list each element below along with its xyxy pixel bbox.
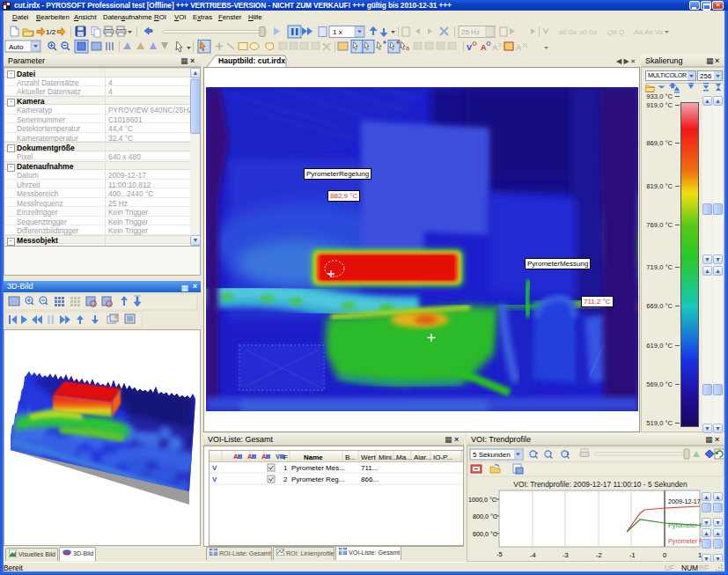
svg-text:F: F <box>283 453 288 461</box>
svg-text:Auto: Auto <box>9 43 24 51</box>
svg-text:V: V <box>467 43 472 52</box>
svg-text:a0 0a: a0 0a <box>579 28 598 36</box>
svg-text:866...: 866... <box>361 475 379 483</box>
svg-text:-4: -4 <box>530 551 536 559</box>
svg-text:Aa Aa Va: Aa Aa Va <box>633 28 664 36</box>
svg-text:2009-12-17: 2009-12-17 <box>668 498 701 505</box>
svg-text:A: A <box>481 43 487 52</box>
svg-text:Pyrometer R...: Pyrometer R... <box>668 537 703 545</box>
svg-text:a0 0a: a0 0a <box>559 28 577 36</box>
svg-text:V: V <box>212 464 217 472</box>
svg-text:-: - <box>550 450 552 455</box>
svg-text:1 x: 1 x <box>333 28 342 36</box>
svg-text:600,0 °C: 600,0 °C <box>473 530 497 538</box>
svg-text:711...: 711... <box>361 464 378 472</box>
svg-text:0: 0 <box>663 551 666 559</box>
svg-text:A: A <box>516 43 522 52</box>
svg-text:-2: -2 <box>596 551 602 559</box>
svg-text:2: 2 <box>283 475 288 483</box>
svg-text:V: V <box>276 453 280 461</box>
svg-text:Qa Q: Qa Q <box>607 28 624 36</box>
svg-text:Mini...: Mini... <box>379 453 397 461</box>
svg-text:V: V <box>212 475 217 483</box>
svg-text:a: a <box>406 45 409 51</box>
svg-text:Pyrometer Mes...: Pyrometer Mes... <box>291 464 345 472</box>
svg-text:Wert: Wert <box>361 453 377 461</box>
svg-text:Pyrometer M...: Pyrometer M... <box>668 521 703 529</box>
svg-text:B...: B... <box>345 453 356 461</box>
svg-text:1: 1 <box>283 464 288 472</box>
svg-text:Pyrometer Reg...: Pyrometer Reg... <box>291 475 344 483</box>
svg-text:800,0 °C: 800,0 °C <box>473 512 497 520</box>
svg-text:25 Hz: 25 Hz <box>461 28 480 36</box>
svg-text:Ma...: Ma... <box>396 453 412 461</box>
svg-text:A: A <box>492 43 498 52</box>
svg-text:5 Sekunden: 5 Sekunden <box>473 451 511 459</box>
svg-text:+: + <box>535 450 539 455</box>
svg-text:Name: Name <box>304 453 323 461</box>
svg-text:1000,0 °C: 1000,0 °C <box>468 496 496 504</box>
svg-text:IO-P...: IO-P... <box>433 453 452 461</box>
svg-text:z: z <box>498 41 502 48</box>
svg-text:-5: -5 <box>496 550 503 558</box>
svg-text:Alar...: Alar... <box>414 453 431 461</box>
svg-text:1/2: 1/2 <box>46 28 56 36</box>
svg-text:-3: -3 <box>563 551 569 559</box>
svg-text:-1: -1 <box>629 551 636 559</box>
